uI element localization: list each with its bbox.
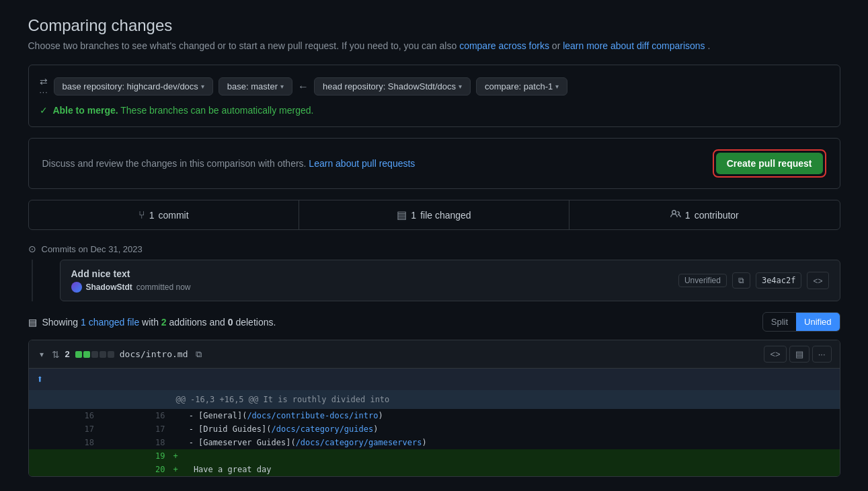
old-line-num xyxy=(29,463,100,476)
view-code-button[interactable]: <> xyxy=(764,346,786,363)
direction-arrow-icon: ← xyxy=(298,81,309,93)
learn-about-pr-link[interactable]: Learn about pull requests xyxy=(309,158,415,169)
file-name: docs/intro.md xyxy=(120,349,188,359)
merge-check-icon: ✓ xyxy=(40,105,48,116)
browse-files-button[interactable]: <> xyxy=(807,272,828,289)
expand-arrows-icon: ⇅ xyxy=(52,349,60,360)
file-icon: ▤ xyxy=(397,209,407,221)
file-diff-right: <> ▤ ··· xyxy=(764,346,831,363)
copy-path-button[interactable]: ⧉ xyxy=(193,348,204,361)
learn-more-diff-link[interactable]: learn more about diff comparisons xyxy=(563,40,705,51)
commit-count: 1 xyxy=(149,210,155,221)
copy-icon: ⧉ xyxy=(738,276,744,285)
commit-author: ShadowStdt xyxy=(86,282,132,292)
commits-list: Add nice text ShadowStdt committed now U… xyxy=(32,260,840,301)
diff-table: ⬆ @@ -16,3 +16,5 @@ It is routhly divide… xyxy=(29,369,840,476)
stats-bar: ⑂ 1 commit ▤ 1 file changed 1 contributo… xyxy=(28,200,840,230)
file-diff-left: ▾ ⇅ 2 docs/intro.md ⧉ xyxy=(37,348,205,361)
commit-hash: 3e4ac2f xyxy=(756,272,802,289)
split-view-button[interactable]: Split xyxy=(763,313,796,331)
diff-code-content: Have a great day xyxy=(184,463,840,476)
commit-label: commit xyxy=(159,210,189,221)
diff-code-content: - [Druid Guides](/docs/category/guides) xyxy=(184,422,840,436)
diff-bar-red-1 xyxy=(91,351,98,358)
commits-stat[interactable]: ⑂ 1 commit xyxy=(29,200,299,229)
compare-chevron-icon: ▾ xyxy=(555,83,559,90)
branch-selector-row: ⇄ ··· base repository: highcard-dev/docs… xyxy=(40,76,829,97)
discussion-box: Discuss and review the changes in this c… xyxy=(28,138,840,189)
commits-date: Commits on Dec 31, 2023 xyxy=(42,244,143,254)
merge-status: ✓ Able to merge. These branches can be a… xyxy=(40,105,829,116)
create-pull-request-button[interactable]: Create pull request xyxy=(716,153,823,174)
diff-bar-red-3 xyxy=(108,351,114,358)
more-icon: ··· xyxy=(818,349,826,359)
diff-code-content: - [General](/docs/contribute-docs/intro) xyxy=(184,409,840,422)
browse-icon: <> xyxy=(813,276,822,286)
base-branch-button[interactable]: base: master ▾ xyxy=(219,77,292,96)
diff-line-content xyxy=(170,436,183,449)
commit-info: Add nice text ShadowStdt committed now xyxy=(71,268,191,293)
commits-date-header: ⊙ Commits on Dec 31, 2023 xyxy=(28,243,840,254)
base-repo-button[interactable]: base repository: highcard-dev/docs ▾ xyxy=(54,77,213,96)
unverified-badge: Unverified xyxy=(678,274,727,287)
commit-avatar xyxy=(71,282,82,293)
diff-line-17: 17 17 - [Druid Guides](/docs/category/gu… xyxy=(29,422,840,436)
commit-card: Add nice text ShadowStdt committed now U… xyxy=(60,260,840,301)
view-file-button[interactable]: ▤ xyxy=(789,346,810,363)
diff-bar-green-2 xyxy=(83,351,90,358)
swap-icon: ⇄ ··· xyxy=(40,76,48,97)
diff-line-content: + xyxy=(170,449,183,463)
expand-up-icon: ⬆ xyxy=(37,373,44,386)
collapse-diff-button[interactable]: ▾ xyxy=(37,348,46,361)
diff-line-19: 19 + xyxy=(29,449,840,463)
old-line-num: 18 xyxy=(29,436,100,449)
diff-stat-bar xyxy=(75,351,114,358)
commit-actions: Unverified ⧉ 3e4ac2f <> xyxy=(678,272,829,289)
diff-code-content: - [Gameserver Guides](/docs/category/gam… xyxy=(184,436,840,449)
diff-line-content: + xyxy=(170,463,183,476)
commit-meta: ShadowStdt committed now xyxy=(71,282,191,293)
diff-line-content xyxy=(170,422,183,436)
base-repo-chevron-icon: ▾ xyxy=(201,83,204,90)
file-count: 1 xyxy=(411,210,416,221)
diff-bar-red-2 xyxy=(100,351,106,358)
hunk-expand-row[interactable]: ⬆ xyxy=(29,369,840,390)
commits-section: ⊙ Commits on Dec 31, 2023 Add nice text … xyxy=(28,243,840,301)
hunk-header-content: @@ -16,3 +16,5 @@ It is routhly divided … xyxy=(170,390,839,409)
file-label: file changed xyxy=(420,210,471,221)
commit-title: Add nice text xyxy=(71,268,191,279)
create-pr-wrapper: Create pull request xyxy=(713,149,826,178)
contributor-icon xyxy=(670,209,681,221)
head-repo-button[interactable]: head repository: ShadowStdt/docs ▾ xyxy=(314,77,471,96)
copy-hash-button[interactable]: ⧉ xyxy=(732,272,750,289)
contributors-stat[interactable]: 1 contributor xyxy=(569,200,839,229)
files-stat[interactable]: ▤ 1 file changed xyxy=(299,200,569,229)
new-line-num: 18 xyxy=(100,436,170,449)
file-diff-header: ▾ ⇅ 2 docs/intro.md ⧉ xyxy=(29,340,840,369)
new-line-num: 19 xyxy=(100,449,170,463)
contributor-label: contributor xyxy=(695,210,739,221)
diff-bar-green-1 xyxy=(75,351,82,358)
hunk-old-num xyxy=(29,390,100,409)
page-subtitle: Choose two branches to see what's change… xyxy=(28,40,840,51)
base-branch-chevron-icon: ▾ xyxy=(280,83,284,90)
new-line-num: 20 xyxy=(100,463,170,476)
diff-line-16: 16 16 - [General](/docs/contribute-docs/… xyxy=(29,409,840,422)
code-icon: <> xyxy=(770,349,780,359)
changed-file-count-link[interactable]: 1 changed file xyxy=(81,317,139,328)
copy-path-icon: ⧉ xyxy=(196,349,202,359)
compare-across-forks-link[interactable]: compare across forks xyxy=(459,40,549,51)
head-repo-chevron-icon: ▾ xyxy=(459,83,462,90)
files-summary: ▤ Showing 1 changed file with 2 addition… xyxy=(28,317,276,328)
old-line-num: 17 xyxy=(29,422,100,436)
unified-view-button[interactable]: Unified xyxy=(796,313,839,331)
file-diff: ▾ ⇅ 2 docs/intro.md ⧉ xyxy=(28,340,840,477)
diff-line-18: 18 18 - [Gameserver Guides](/docs/catego… xyxy=(29,436,840,449)
more-options-button[interactable]: ··· xyxy=(812,346,832,363)
compare-branch-button[interactable]: compare: patch-1 ▾ xyxy=(476,77,567,96)
files-header: ▤ Showing 1 changed file with 2 addition… xyxy=(28,312,840,332)
commit-icon: ⑂ xyxy=(139,209,145,221)
branch-selector-box: ⇄ ··· base repository: highcard-dev/docs… xyxy=(28,65,840,127)
file-view-icon: ▤ xyxy=(795,349,803,359)
diff-line-20: 20 + Have a great day xyxy=(29,463,840,476)
